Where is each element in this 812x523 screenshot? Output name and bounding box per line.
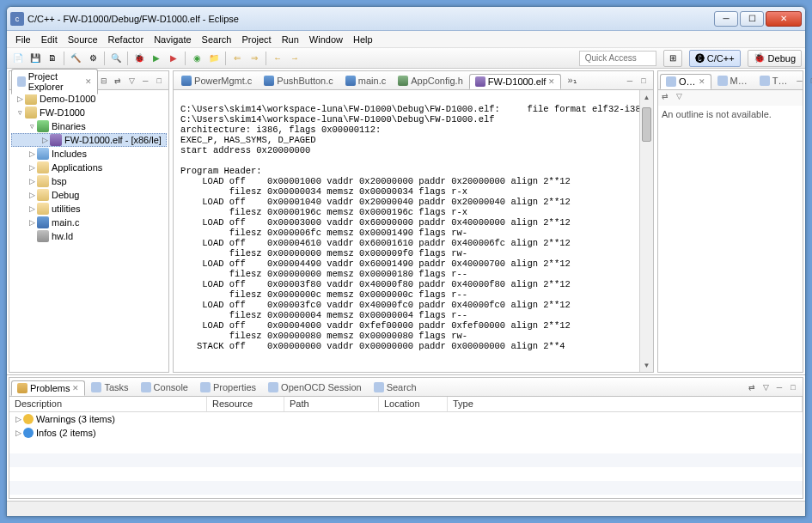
col-resource[interactable]: Resource [207, 397, 284, 411]
outline-link-button[interactable]: ⇄ [662, 92, 674, 104]
scroll-down-icon[interactable]: ▼ [640, 358, 653, 372]
menu-search[interactable]: Search [197, 33, 237, 46]
tab-tasks[interactable]: Tasks [85, 380, 134, 395]
tab-problems[interactable]: Problems✕ [11, 380, 85, 396]
editor-tab[interactable]: AppConfig.h [392, 73, 469, 88]
menu-edit[interactable]: Edit [36, 33, 63, 46]
menu-help[interactable]: Help [348, 33, 378, 46]
menu-project[interactable]: Project [236, 33, 276, 46]
menu-navigate[interactable]: Navigate [149, 33, 196, 46]
editor-tab[interactable]: main.c [339, 73, 392, 88]
editor-min-button[interactable]: ─ [624, 75, 636, 87]
close-icon[interactable]: ✕ [85, 77, 92, 86]
tree-node[interactable]: ▷main.c [11, 216, 167, 229]
forward-button[interactable]: → [287, 51, 302, 66]
expand-icon[interactable]: ▷ [27, 177, 37, 185]
menu-file[interactable]: File [10, 33, 36, 46]
editor-tab[interactable]: PushButton.c [258, 73, 339, 88]
problems-body[interactable]: ▷Warnings (3 items)▷Infos (2 items) [9, 412, 803, 498]
expand-icon[interactable]: ▷ [13, 429, 23, 437]
expand-icon[interactable]: ▷ [13, 415, 23, 423]
problems-max-button[interactable]: □ [787, 381, 799, 393]
tree-node[interactable]: ▷FW-D1000.elf - [x86/le] [11, 133, 167, 147]
tab-properties[interactable]: Properties [194, 380, 262, 395]
tab-make[interactable]: M… [711, 73, 754, 88]
view-menu-button[interactable]: ▽ [125, 75, 137, 87]
problems-row[interactable]: ▷Warnings (3 items) [9, 412, 803, 426]
new-class-button[interactable]: ◉ [189, 51, 205, 66]
scroll-thumb[interactable] [642, 107, 651, 142]
close-icon[interactable]: ✕ [548, 77, 555, 86]
collapse-all-button[interactable]: ⊟ [98, 75, 110, 87]
tree-node[interactable]: ▷utilities [11, 202, 167, 216]
editor-max-button[interactable]: □ [638, 75, 650, 87]
menu-source[interactable]: Source [63, 33, 103, 46]
new-folder-button[interactable]: 📁 [206, 51, 222, 66]
problems-link-button[interactable]: ⇄ [746, 381, 758, 393]
tab-console[interactable]: Console [135, 380, 194, 395]
col-type[interactable]: Type [448, 397, 803, 411]
new-button[interactable]: 📄 [10, 51, 26, 66]
expand-icon[interactable]: ▷ [27, 163, 37, 172]
editor-content[interactable]: C:\Users\skim14\workspace-luna\FW-D1000\… [174, 90, 653, 372]
expand-icon[interactable]: ▷ [27, 204, 37, 213]
tree-node[interactable]: ▷bsp [11, 174, 167, 188]
expand-icon[interactable]: ▷ [15, 94, 25, 103]
expand-icon[interactable]: ▷ [27, 218, 37, 227]
problems-min-button[interactable]: ─ [773, 381, 785, 393]
build-button[interactable]: 🔨 [68, 51, 83, 66]
debug-button[interactable]: 🐞 [131, 51, 147, 66]
expand-icon[interactable]: ▿ [15, 108, 25, 117]
menu-refactor[interactable]: Refactor [103, 33, 150, 46]
minimize-button[interactable]: ─ [714, 11, 738, 27]
project-explorer-tree[interactable]: ▷Demo-D1000▿FW-D1000▿Binaries▷FW-D1000.e… [9, 90, 168, 372]
tree-node[interactable]: hw.ld [11, 229, 167, 243]
expand-icon[interactable]: ▿ [27, 122, 37, 131]
tab-project-explorer[interactable]: Project Explorer ✕ [11, 69, 98, 94]
outline-max-button[interactable]: □ [807, 75, 812, 87]
perspective-cpp[interactable]: 🅒C/C++ [689, 50, 741, 67]
close-button[interactable]: ✕ [766, 11, 802, 27]
next-edit-button[interactable]: ⇒ [247, 51, 262, 66]
tree-node[interactable]: ▷Applications [11, 161, 167, 174]
run-button[interactable]: ▶ [149, 51, 164, 66]
outline-menu-button[interactable]: ▽ [676, 92, 688, 104]
tab-search[interactable]: Search [368, 380, 423, 395]
save-all-button[interactable]: 🗎 [45, 51, 60, 66]
problems-menu-button[interactable]: ▽ [760, 381, 772, 393]
close-icon[interactable]: ✕ [699, 77, 705, 86]
outline-min-button[interactable]: ─ [793, 75, 805, 87]
prev-edit-button[interactable]: ⇐ [229, 51, 245, 66]
expand-icon[interactable]: ▷ [27, 149, 37, 158]
editor-tab[interactable]: PowerMgmt.c [175, 73, 258, 88]
tree-node[interactable]: ▿FW-D1000 [11, 106, 167, 119]
tree-node[interactable]: ▿Binaries [11, 119, 167, 133]
editor-tab[interactable]: FW-D1000.elf✕ [469, 74, 562, 89]
open-type-button[interactable]: 🔍 [108, 51, 124, 66]
editor-tab[interactable]: »₁ [561, 72, 582, 88]
minimize-view-button[interactable]: ─ [139, 75, 151, 87]
maximize-view-button[interactable]: □ [153, 75, 165, 87]
maximize-button[interactable]: ☐ [740, 11, 764, 27]
tab-outline[interactable]: O…✕ [660, 74, 711, 89]
scroll-up-icon[interactable]: ▲ [640, 90, 653, 104]
save-button[interactable]: 💾 [27, 51, 43, 66]
open-perspective-button[interactable]: ⊞ [663, 50, 682, 67]
col-location[interactable]: Location [379, 397, 448, 411]
editor-scrollbar[interactable]: ▲ ▼ [639, 90, 653, 372]
menu-run[interactable]: Run [277, 33, 304, 46]
tree-node[interactable]: ▷Includes [11, 147, 167, 161]
tree-node[interactable]: ▷Debug [11, 188, 167, 202]
tab-openocd[interactable]: OpenOCD Session [262, 380, 368, 395]
col-path[interactable]: Path [284, 397, 379, 411]
ext-tools-button[interactable]: ▶ [166, 51, 181, 66]
problems-row[interactable]: ▷Infos (2 items) [9, 426, 803, 440]
perspective-debug[interactable]: 🐞Debug [748, 50, 802, 67]
link-editor-button[interactable]: ⇄ [112, 75, 124, 87]
close-icon[interactable]: ✕ [72, 384, 79, 392]
back-button[interactable]: ← [270, 51, 285, 66]
menu-window[interactable]: Window [304, 33, 348, 46]
quick-access-input[interactable] [579, 51, 656, 66]
expand-icon[interactable]: ▷ [40, 136, 50, 144]
col-description[interactable]: Description [9, 397, 207, 411]
